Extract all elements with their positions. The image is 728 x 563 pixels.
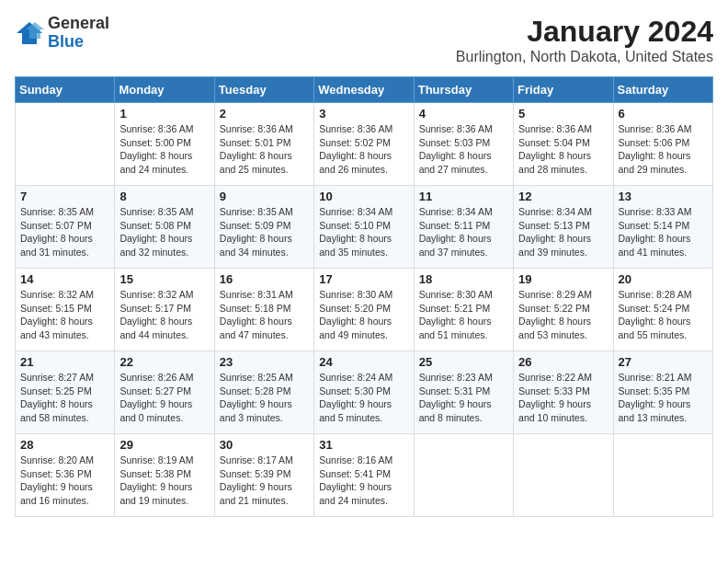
calendar-cell: 11Sunrise: 8:34 AM Sunset: 5:11 PM Dayli… (414, 186, 513, 269)
page-header: General Blue January 2024 Burlington, No… (15, 15, 713, 65)
calendar-cell: 9Sunrise: 8:35 AM Sunset: 5:09 PM Daylig… (214, 186, 313, 269)
day-info: Sunrise: 8:28 AM Sunset: 5:24 PM Dayligh… (619, 288, 708, 342)
day-number: 2 (220, 107, 309, 121)
day-info: Sunrise: 8:34 AM Sunset: 5:10 PM Dayligh… (319, 205, 408, 259)
calendar-cell: 30Sunrise: 8:17 AM Sunset: 5:39 PM Dayli… (214, 434, 313, 517)
column-header-sunday: Sunday (16, 77, 115, 103)
calendar-cell: 29Sunrise: 8:19 AM Sunset: 5:38 PM Dayli… (115, 434, 214, 517)
day-number: 27 (619, 355, 708, 369)
calendar-cell (16, 103, 115, 186)
day-info: Sunrise: 8:34 AM Sunset: 5:11 PM Dayligh… (419, 205, 508, 259)
logo-icon (15, 20, 44, 46)
day-info: Sunrise: 8:29 AM Sunset: 5:22 PM Dayligh… (518, 288, 608, 342)
day-info: Sunrise: 8:24 AM Sunset: 5:30 PM Dayligh… (319, 371, 408, 425)
day-number: 10 (319, 190, 408, 203)
day-number: 13 (619, 190, 708, 203)
calendar-week-row: 14Sunrise: 8:32 AM Sunset: 5:15 PM Dayli… (16, 269, 713, 351)
day-number: 16 (220, 272, 309, 286)
calendar-cell: 2Sunrise: 8:36 AM Sunset: 5:01 PM Daylig… (214, 103, 313, 186)
day-number: 23 (220, 355, 309, 369)
day-info: Sunrise: 8:33 AM Sunset: 5:14 PM Dayligh… (619, 205, 708, 259)
day-number: 12 (518, 190, 608, 203)
calendar-cell: 8Sunrise: 8:35 AM Sunset: 5:08 PM Daylig… (115, 186, 214, 269)
calendar-header: SundayMondayTuesdayWednesdayThursdayFrid… (16, 77, 713, 103)
calendar-cell: 17Sunrise: 8:30 AM Sunset: 5:20 PM Dayli… (314, 269, 414, 351)
column-header-thursday: Thursday (414, 77, 513, 103)
day-number: 9 (220, 190, 309, 203)
day-number: 14 (20, 272, 109, 286)
day-number: 29 (119, 438, 209, 452)
calendar-cell: 26Sunrise: 8:22 AM Sunset: 5:33 PM Dayli… (514, 351, 613, 434)
day-info: Sunrise: 8:36 AM Sunset: 5:04 PM Dayligh… (518, 122, 608, 177)
logo-blue-text: Blue (48, 33, 109, 52)
day-info: Sunrise: 8:23 AM Sunset: 5:31 PM Dayligh… (419, 371, 508, 425)
calendar-cell: 12Sunrise: 8:34 AM Sunset: 5:13 PM Dayli… (514, 186, 613, 269)
calendar-title: January 2024 (456, 15, 713, 49)
day-info: Sunrise: 8:35 AM Sunset: 5:07 PM Dayligh… (20, 205, 109, 259)
day-number: 11 (419, 190, 508, 203)
day-number: 31 (319, 438, 408, 452)
column-header-wednesday: Wednesday (314, 77, 414, 103)
day-info: Sunrise: 8:26 AM Sunset: 5:27 PM Dayligh… (119, 371, 209, 425)
calendar-cell: 21Sunrise: 8:27 AM Sunset: 5:25 PM Dayli… (16, 351, 115, 434)
day-number: 21 (20, 355, 109, 369)
logo: General Blue (15, 15, 109, 52)
day-info: Sunrise: 8:30 AM Sunset: 5:21 PM Dayligh… (419, 288, 508, 342)
calendar-cell (613, 434, 712, 517)
column-header-tuesday: Tuesday (214, 77, 313, 103)
day-number: 26 (518, 355, 608, 369)
calendar-week-row: 1Sunrise: 8:36 AM Sunset: 5:00 PM Daylig… (16, 103, 713, 186)
day-info: Sunrise: 8:20 AM Sunset: 5:36 PM Dayligh… (20, 454, 109, 508)
calendar-cell: 15Sunrise: 8:32 AM Sunset: 5:17 PM Dayli… (115, 269, 214, 351)
day-info: Sunrise: 8:32 AM Sunset: 5:17 PM Dayligh… (119, 288, 209, 342)
calendar-cell: 24Sunrise: 8:24 AM Sunset: 5:30 PM Dayli… (314, 351, 414, 434)
column-header-saturday: Saturday (613, 77, 712, 103)
day-number: 25 (419, 355, 508, 369)
day-info: Sunrise: 8:34 AM Sunset: 5:13 PM Dayligh… (518, 205, 608, 259)
calendar-cell: 1Sunrise: 8:36 AM Sunset: 5:00 PM Daylig… (115, 103, 214, 186)
column-header-monday: Monday (115, 77, 214, 103)
column-header-friday: Friday (514, 77, 613, 103)
day-info: Sunrise: 8:27 AM Sunset: 5:25 PM Dayligh… (20, 371, 109, 425)
calendar-cell: 22Sunrise: 8:26 AM Sunset: 5:27 PM Dayli… (115, 351, 214, 434)
calendar-week-row: 21Sunrise: 8:27 AM Sunset: 5:25 PM Dayli… (16, 351, 713, 434)
calendar-cell: 19Sunrise: 8:29 AM Sunset: 5:22 PM Dayli… (514, 269, 613, 351)
day-info: Sunrise: 8:36 AM Sunset: 5:02 PM Dayligh… (319, 122, 408, 177)
day-info: Sunrise: 8:32 AM Sunset: 5:15 PM Dayligh… (20, 288, 109, 342)
day-info: Sunrise: 8:25 AM Sunset: 5:28 PM Dayligh… (220, 371, 309, 425)
day-number: 17 (319, 272, 408, 286)
day-number: 22 (119, 355, 209, 369)
day-info: Sunrise: 8:30 AM Sunset: 5:20 PM Dayligh… (319, 288, 408, 342)
day-number: 18 (419, 272, 508, 286)
day-info: Sunrise: 8:21 AM Sunset: 5:35 PM Dayligh… (619, 371, 708, 425)
calendar-cell: 18Sunrise: 8:30 AM Sunset: 5:21 PM Dayli… (414, 269, 513, 351)
day-info: Sunrise: 8:36 AM Sunset: 5:01 PM Dayligh… (220, 122, 309, 177)
calendar-cell: 31Sunrise: 8:16 AM Sunset: 5:41 PM Dayli… (314, 434, 414, 517)
day-info: Sunrise: 8:16 AM Sunset: 5:41 PM Dayligh… (319, 454, 408, 508)
day-number: 7 (20, 190, 109, 203)
day-number: 6 (619, 107, 708, 121)
logo-general-text: General (48, 15, 109, 33)
day-info: Sunrise: 8:35 AM Sunset: 5:08 PM Dayligh… (119, 205, 209, 259)
calendar-cell (514, 434, 613, 517)
calendar-cell: 25Sunrise: 8:23 AM Sunset: 5:31 PM Dayli… (414, 351, 513, 434)
day-number: 1 (119, 107, 209, 121)
day-number: 8 (119, 190, 209, 203)
calendar-cell: 16Sunrise: 8:31 AM Sunset: 5:18 PM Dayli… (214, 269, 313, 351)
calendar-cell: 6Sunrise: 8:36 AM Sunset: 5:06 PM Daylig… (613, 103, 712, 186)
day-info: Sunrise: 8:19 AM Sunset: 5:38 PM Dayligh… (119, 454, 209, 508)
day-info: Sunrise: 8:31 AM Sunset: 5:18 PM Dayligh… (220, 288, 309, 342)
calendar-subtitle: Burlington, North Dakota, United States (456, 49, 713, 65)
calendar-week-row: 7Sunrise: 8:35 AM Sunset: 5:07 PM Daylig… (16, 186, 713, 269)
calendar-cell (414, 434, 513, 517)
calendar-cell: 3Sunrise: 8:36 AM Sunset: 5:02 PM Daylig… (314, 103, 414, 186)
calendar-cell: 14Sunrise: 8:32 AM Sunset: 5:15 PM Dayli… (16, 269, 115, 351)
day-info: Sunrise: 8:36 AM Sunset: 5:00 PM Dayligh… (119, 122, 209, 177)
calendar-cell: 10Sunrise: 8:34 AM Sunset: 5:10 PM Dayli… (314, 186, 414, 269)
calendar-table: SundayMondayTuesdayWednesdayThursdayFrid… (15, 76, 713, 517)
title-block: January 2024 Burlington, North Dakota, U… (456, 15, 713, 65)
day-number: 15 (119, 272, 209, 286)
day-number: 24 (319, 355, 408, 369)
day-number: 28 (20, 438, 109, 452)
day-number: 20 (619, 272, 708, 286)
